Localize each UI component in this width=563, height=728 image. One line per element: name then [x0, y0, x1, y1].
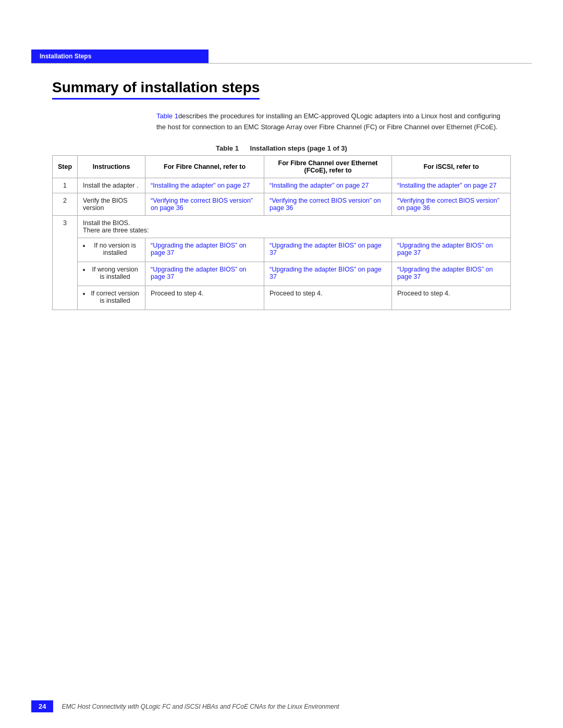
intro-paragraph: Table 1describes the procedures for inst… — [156, 111, 511, 133]
col-fc: For Fibre Channel, refer to — [145, 155, 264, 178]
step3c-fc: Proceed to step 4. — [145, 286, 264, 310]
footer-text: EMC Host Connectivity with QLogic FC and… — [62, 703, 339, 710]
step3b-fc: “Upgrading the adapter BIOS” on page 37 — [145, 262, 264, 286]
page-title: Summary of installation steps — [52, 79, 260, 100]
footer-page-number: 24 — [31, 700, 53, 712]
step1-fcoe: “Installing the adapter” on page 27 — [264, 178, 392, 193]
step3c-instructions: If correct version is installed — [78, 286, 145, 310]
table-row: If correct version is installed Proceed … — [53, 286, 511, 310]
step1-instructions: Install the adapter . — [78, 178, 145, 193]
step3b-iscsi: “Upgrading the adapter BIOS” on page 37 — [392, 262, 511, 286]
step3c-fcoe: Proceed to step 4. — [264, 286, 392, 310]
table-row: 1 Install the adapter . “Installing the … — [53, 178, 511, 193]
footer: 24 EMC Host Connectivity with QLogic FC … — [0, 700, 563, 712]
step2-fc: “Verifying the correct BIOS version” on … — [145, 193, 264, 215]
step2-instructions: Verify the BIOS version — [78, 193, 145, 215]
table-header-row: Step Instructions For Fibre Channel, ref… — [53, 155, 511, 178]
step3a-fc-link[interactable]: “Upgrading the adapter BIOS” on page 37 — [151, 242, 246, 256]
table-caption-title: Installation steps (page 1 of 3) — [250, 144, 347, 152]
step3-number: 3 — [53, 215, 78, 310]
table-row: 3 Install the BIOS.There are three state… — [53, 215, 511, 238]
step2-fcoe-link[interactable]: “Verifying the correct BIOS version” on … — [270, 197, 381, 212]
step1-fcoe-link[interactable]: “Installing the adapter” on page 27 — [270, 182, 369, 189]
step1-fc: “Installing the adapter” on page 27 — [145, 178, 264, 193]
table-row: 2 Verify the BIOS version “Verifying the… — [53, 193, 511, 215]
header-bar: Installation Steps — [31, 50, 209, 63]
table-caption-label: Table 1 — [216, 144, 239, 152]
col-step: Step — [53, 155, 78, 178]
step1-iscsi-link[interactable]: “Installing the adapter” on page 27 — [397, 182, 496, 189]
step3b-instructions: If wrong version is installed — [78, 262, 145, 286]
step-number: 1 — [53, 178, 78, 193]
step1-fc-link[interactable]: “Installing the adapter” on page 27 — [151, 182, 250, 189]
step3a-fcoe-link[interactable]: “Upgrading the adapter BIOS” on page 37 — [270, 242, 382, 256]
main-content: Summary of installation steps Table 1des… — [31, 64, 532, 331]
step3c-iscsi: Proceed to step 4. — [392, 286, 511, 310]
installation-table: Step Instructions For Fibre Channel, ref… — [52, 155, 511, 310]
table-row: If wrong version is installed “Upgrading… — [53, 262, 511, 286]
step3b-iscsi-link[interactable]: “Upgrading the adapter BIOS” on page 37 — [397, 266, 493, 280]
step3c-bullet: If correct version is installed — [90, 290, 140, 304]
step3a-iscsi: “Upgrading the adapter BIOS” on page 37 — [392, 238, 511, 262]
col-instructions: Instructions — [78, 155, 145, 178]
step3a-instructions: If no version is installed — [78, 238, 145, 262]
step3b-fc-link[interactable]: “Upgrading the adapter BIOS” on page 37 — [151, 266, 246, 280]
table1-link[interactable]: Table 1 — [156, 112, 178, 120]
table-caption: Table 1 Installation steps (page 1 of 3) — [52, 144, 511, 152]
step3a-fcoe: “Upgrading the adapter BIOS” on page 37 — [264, 238, 392, 262]
table-row: If no version is installed “Upgrading th… — [53, 238, 511, 262]
step3a-fc: “Upgrading the adapter BIOS” on page 37 — [145, 238, 264, 262]
step2-fc-link[interactable]: “Verifying the correct BIOS version” on … — [151, 197, 253, 212]
col-fcoe: For Fibre Channel over Ethernet (FCoE), … — [264, 155, 392, 178]
step2-iscsi: “Verifying the correct BIOS version” on … — [392, 193, 511, 215]
step3-header: Install the BIOS.There are three states: — [78, 215, 511, 238]
intro-text: describes the procedures for installing … — [156, 112, 500, 131]
step3b-fcoe-link[interactable]: “Upgrading the adapter BIOS” on page 37 — [270, 266, 382, 280]
step3b-bullet: If wrong version is installed — [90, 266, 140, 280]
col-iscsi: For iSCSI, refer to — [392, 155, 511, 178]
step3b-fcoe: “Upgrading the adapter BIOS” on page 37 — [264, 262, 392, 286]
step1-iscsi: “Installing the adapter” on page 27 — [392, 178, 511, 193]
step-number: 2 — [53, 193, 78, 215]
step2-fcoe: “Verifying the correct BIOS version” on … — [264, 193, 392, 215]
step2-iscsi-link[interactable]: “Verifying the correct BIOS version” on … — [397, 197, 499, 212]
step3a-bullet: If no version is installed — [90, 242, 140, 256]
step3a-iscsi-link[interactable]: “Upgrading the adapter BIOS” on page 37 — [397, 242, 493, 256]
